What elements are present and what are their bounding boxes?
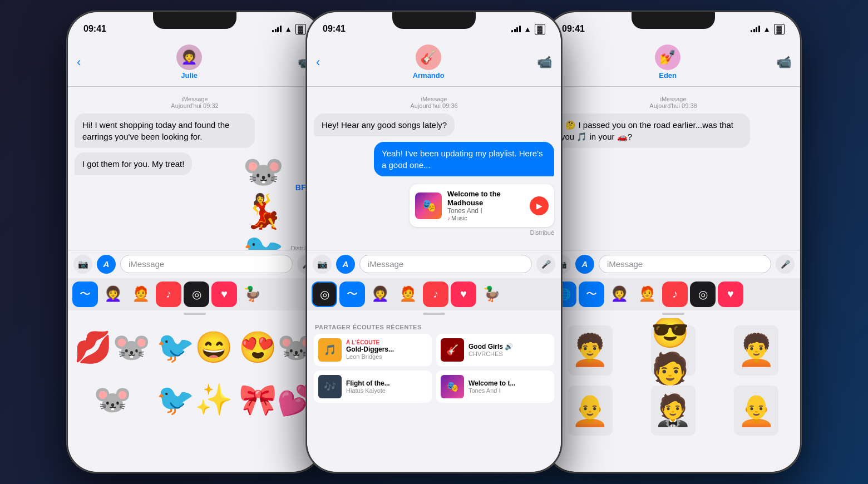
time-display: 09:41 bbox=[562, 24, 585, 34]
app-icon-music[interactable]: ♪ bbox=[423, 281, 448, 307]
received-bubble: I got them for you. My treat! bbox=[75, 152, 192, 175]
app-icon-toon[interactable]: 🦆 bbox=[479, 281, 504, 307]
stickers-panel: 💋🐭 🐦😄 😍🐭 🐭 🐦✨ 🎀💕 bbox=[68, 318, 322, 472]
message-row: Yeah! I've been updating my playlist. He… bbox=[314, 142, 554, 179]
music-grid-item[interactable]: 🎶 Flight of the... Hiatus Kaiyote bbox=[314, 371, 432, 403]
message-timestamp: iMessageAujourd'hui 09:32 bbox=[75, 96, 315, 109]
messages-area: iMessageAujourd'hui 09:38 I 🤔 I passed y… bbox=[546, 87, 800, 250]
chat-header: ‹ 🎸 Armando 📹 bbox=[307, 40, 561, 87]
drag-indicator bbox=[423, 313, 445, 315]
music-artist: Tones And I bbox=[447, 207, 524, 215]
video-call-button[interactable]: 📹 bbox=[537, 55, 552, 70]
music-artwork: 🎭 bbox=[415, 192, 442, 219]
received-bubble: Hey! Hear any good songs lately? bbox=[314, 113, 455, 136]
app-button[interactable]: A bbox=[336, 255, 355, 274]
signal-icon bbox=[272, 26, 282, 32]
sticker-item[interactable]: 🐭 bbox=[72, 375, 152, 425]
contact-name: Julie bbox=[181, 71, 198, 80]
memoji-item[interactable]: 🧑‍🦱 bbox=[717, 323, 796, 378]
app-icon-memoji[interactable]: 👩‍🦱 bbox=[606, 281, 632, 307]
app-icon-vinyl[interactable]: ◎ bbox=[312, 281, 337, 307]
message-input[interactable]: iMessage bbox=[120, 255, 293, 273]
message-input[interactable]: iMessage bbox=[599, 255, 771, 273]
input-bar: 📷 A iMessage 🎤 bbox=[307, 250, 561, 278]
app-icon-music[interactable]: ♪ bbox=[662, 281, 688, 307]
memoji-item[interactable]: 🤵 bbox=[634, 383, 712, 438]
contact-info[interactable]: 👩‍🦱 Julie bbox=[176, 45, 202, 80]
memoji-item[interactable]: 🧑‍🦲 bbox=[551, 383, 629, 438]
contact-info[interactable]: 🎸 Armando bbox=[413, 45, 445, 80]
music-grid: 🎵 À L'ÉCOUTE Gold-Diggers... Leon Bridge… bbox=[307, 334, 561, 407]
sticker-item[interactable]: 🎀💕 bbox=[237, 375, 317, 425]
sent-bubble: Yeah! I've been updating my playlist. He… bbox=[374, 142, 554, 176]
message-row: I 🤔 I passed you on the road earlier...w… bbox=[553, 113, 793, 150]
music-grid-item[interactable]: 🎵 À L'ÉCOUTE Gold-Diggers... Leon Bridge… bbox=[314, 334, 432, 366]
app-icon-memoji[interactable]: 👩‍🦱 bbox=[100, 281, 126, 307]
back-button[interactable]: ‹ bbox=[316, 55, 320, 70]
message-row: Hi! I went shopping today and found the … bbox=[75, 113, 315, 150]
sticker-item[interactable]: 🐦😄 bbox=[155, 323, 235, 373]
app-icon-sticker[interactable]: 🧑‍🦰 bbox=[634, 281, 660, 307]
status-icons: ▲ ▓ bbox=[511, 24, 545, 34]
input-bar: 📷 A iMessage 🎤 bbox=[546, 250, 800, 278]
app-icon-waveform[interactable]: 〜 bbox=[72, 281, 98, 307]
app-icon-music[interactable]: ♪ bbox=[156, 281, 181, 307]
phone-armando: 09:41 ▲ ▓ ‹ 🎸 Armando bbox=[306, 11, 562, 473]
message-timestamp: iMessageAujourd'hui 09:36 bbox=[314, 96, 554, 109]
music-grid-item[interactable]: 🎸 Good Girls 🔊 CHVRCHES bbox=[436, 334, 554, 366]
mic-button[interactable]: 🎤 bbox=[776, 255, 795, 274]
status-icons: ▲ ▓ bbox=[272, 24, 306, 34]
memoji-item[interactable]: 😎🧑 bbox=[634, 323, 712, 378]
sticker-item[interactable]: 💋🐭 bbox=[72, 323, 152, 373]
drag-indicator bbox=[662, 313, 684, 315]
chat-header: ‹ 👩‍🦱 Julie 📹 bbox=[68, 40, 322, 87]
app-button[interactable]: A bbox=[97, 255, 116, 274]
phone-eden: 09:41 ▲ ▓ ‹ 💅 Eden bbox=[545, 11, 801, 473]
music-card[interactable]: 🎭 Welcome to the Madhouse Tones And I ♪ … bbox=[410, 184, 554, 227]
battery-icon: ▓ bbox=[774, 24, 785, 34]
app-icon-sticker[interactable]: 🧑‍🦰 bbox=[128, 281, 154, 307]
app-button[interactable]: A bbox=[575, 255, 594, 274]
phones-container: 09:41 ▲ ▓ ‹ 👩‍🦱 Julie bbox=[0, 0, 868, 484]
app-bar: 🌐 〜 👩‍🦱 🧑‍🦰 ♪ ◎ ♥ bbox=[546, 278, 800, 310]
battery-icon: ▓ bbox=[295, 24, 306, 34]
message-timestamp: iMessageAujourd'hui 09:38 bbox=[553, 96, 793, 109]
contact-info[interactable]: 💅 Eden bbox=[655, 45, 680, 80]
play-button[interactable]: ▶ bbox=[530, 196, 549, 215]
received-bubble: I 🤔 I passed you on the road earlier...w… bbox=[553, 113, 750, 148]
app-icon-heart[interactable]: ♥ bbox=[211, 281, 237, 307]
memoji-item[interactable]: 🧑‍🦱 bbox=[551, 323, 629, 378]
back-button[interactable]: ‹ bbox=[77, 55, 81, 70]
status-icons: ▲ ▓ bbox=[751, 24, 785, 34]
contact-name: Eden bbox=[659, 71, 677, 80]
video-call-button[interactable]: 📹 bbox=[776, 55, 791, 70]
wifi-icon: ▲ bbox=[524, 25, 531, 33]
messages-area: iMessageAujourd'hui 09:32 Hi! I went sho… bbox=[68, 87, 322, 250]
app-icon-heart[interactable]: ♥ bbox=[718, 281, 743, 307]
time-display: 09:41 bbox=[83, 24, 106, 34]
app-icon-vinyl[interactable]: ◎ bbox=[690, 281, 716, 307]
music-grid-item[interactable]: 🎭 Welcome to t... Tones And I bbox=[436, 371, 554, 403]
app-icon-vinyl[interactable]: ◎ bbox=[184, 281, 209, 307]
app-icon-heart[interactable]: ♥ bbox=[451, 281, 476, 307]
memoji-item[interactable]: 🧑‍🦲 bbox=[717, 383, 796, 438]
app-icon-memoji[interactable]: 👩‍🦱 bbox=[367, 281, 393, 307]
avatar: 💅 bbox=[655, 45, 680, 70]
memoji-panel: 🧑‍🦱 😎🧑 🧑‍🦱 🧑‍🦲 🤵 🧑‍� bbox=[546, 318, 800, 472]
camera-button[interactable]: 📷 bbox=[73, 255, 92, 274]
notch bbox=[392, 12, 476, 29]
mic-button[interactable]: 🎤 bbox=[536, 255, 555, 274]
avatar: 👩‍🦱 bbox=[176, 45, 202, 70]
camera-button[interactable]: 📷 bbox=[313, 255, 332, 274]
sticker-item[interactable]: 😍🐭 bbox=[237, 323, 317, 373]
app-icon-waveform[interactable]: 〜 bbox=[339, 281, 365, 307]
wifi-icon: ▲ bbox=[763, 25, 771, 33]
music-title: Welcome to the Madhouse bbox=[447, 190, 524, 207]
app-icon-toon[interactable]: 🦆 bbox=[239, 281, 265, 307]
app-icon-waveform[interactable]: 〜 bbox=[579, 281, 604, 307]
app-bar: 〜 👩‍🦱 🧑‍🦰 ♪ ◎ ♥ 🦆 bbox=[68, 278, 322, 310]
messages-area: iMessageAujourd'hui 09:36 Hey! Hear any … bbox=[307, 87, 561, 250]
app-icon-sticker[interactable]: 🧑‍🦰 bbox=[395, 281, 421, 307]
sticker-item[interactable]: 🐦✨ bbox=[155, 375, 235, 425]
message-input[interactable]: iMessage bbox=[359, 255, 532, 273]
